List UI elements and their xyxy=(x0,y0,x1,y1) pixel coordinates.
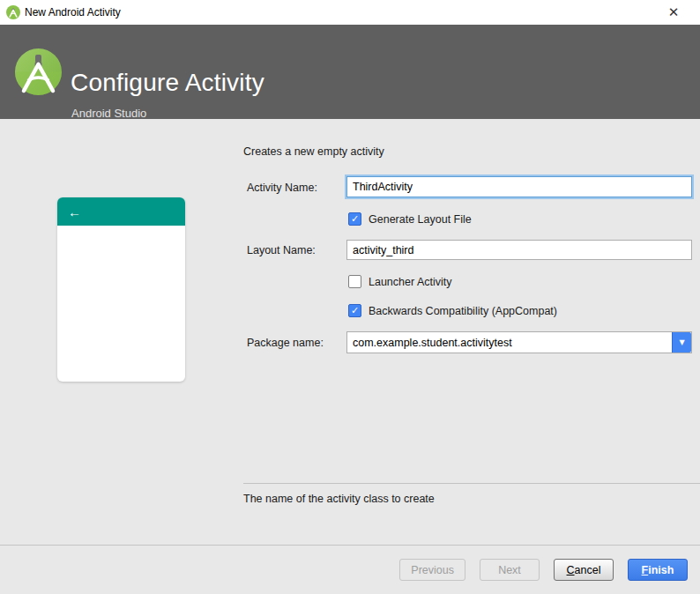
backwards-compat-label: Backwards Compatibility (AppCompat) xyxy=(369,305,557,317)
package-name-label: Package name: xyxy=(247,337,324,349)
generate-layout-row: ✓ Generate Layout File xyxy=(348,212,472,226)
activity-name-label: Activity Name: xyxy=(247,182,317,194)
launcher-activity-row: Launcher Activity xyxy=(348,275,452,288)
help-divider xyxy=(243,483,700,484)
launcher-activity-label: Launcher Activity xyxy=(369,276,452,288)
title-bar: New Android Activity ✕ xyxy=(0,0,700,25)
android-studio-logo-icon xyxy=(15,48,62,95)
layout-name-input[interactable] xyxy=(346,240,692,260)
cancel-button[interactable]: Cancel xyxy=(554,559,614,581)
layout-name-label: Layout Name: xyxy=(247,244,316,256)
previous-button[interactable]: Previous xyxy=(399,559,465,581)
page-subtitle: Android Studio xyxy=(71,107,146,120)
intro-text: Creates a new empty activity xyxy=(243,145,384,158)
preview-appbar: ← xyxy=(57,197,185,226)
activity-name-input[interactable] xyxy=(346,176,692,197)
package-name-combobox: ▼ xyxy=(346,331,692,353)
activity-preview-card: ← xyxy=(57,197,185,382)
dialog-body: ← Creates a new empty activity Activity … xyxy=(0,119,700,545)
next-button[interactable]: Next xyxy=(480,559,540,581)
wizard-header: Configure Activity Android Studio xyxy=(0,25,700,119)
android-studio-small-icon xyxy=(6,5,20,19)
chevron-down-icon: ▼ xyxy=(679,338,684,346)
page-title: Configure Activity xyxy=(71,69,264,97)
backwards-compat-checkbox[interactable]: ✓ xyxy=(348,304,361,317)
new-android-activity-dialog: New Android Activity ✕ Configure Activit… xyxy=(0,0,700,594)
backwards-compat-row: ✓ Backwards Compatibility (AppCompat) xyxy=(348,304,557,317)
package-name-input[interactable] xyxy=(346,331,692,353)
window-title: New Android Activity xyxy=(25,6,121,19)
help-text: The name of the activity class to create xyxy=(243,493,435,505)
generate-layout-checkbox[interactable]: ✓ xyxy=(348,212,361,226)
generate-layout-label: Generate Layout File xyxy=(369,213,472,226)
finish-button[interactable]: Finish xyxy=(628,559,688,581)
checkmark-icon: ✓ xyxy=(351,214,359,224)
close-icon[interactable]: ✕ xyxy=(663,3,684,22)
package-dropdown-button[interactable]: ▼ xyxy=(672,332,691,353)
launcher-activity-checkbox[interactable] xyxy=(348,275,361,288)
checkmark-icon: ✓ xyxy=(351,306,359,316)
button-bar: Previous Next Cancel Finish xyxy=(0,546,700,594)
back-arrow-icon: ← xyxy=(68,204,81,219)
